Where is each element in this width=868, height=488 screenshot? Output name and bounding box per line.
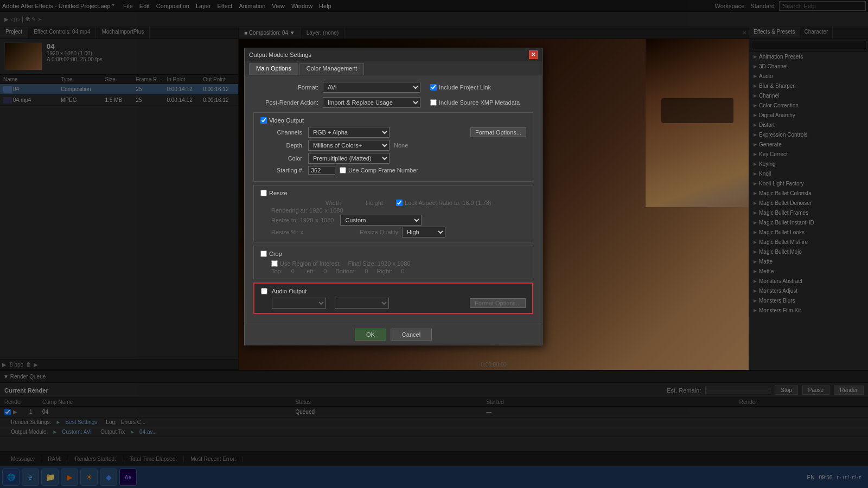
effect-audio[interactable]: ▶Audio bbox=[749, 71, 868, 81]
resize-quality-select[interactable]: High bbox=[402, 227, 445, 237]
dialog-tab-color[interactable]: Color Management bbox=[299, 63, 365, 75]
effect-key-correct[interactable]: ▶Key Correct bbox=[749, 149, 868, 159]
resize-dropdown[interactable]: Custom bbox=[340, 215, 422, 226]
effect-keying[interactable]: ▶Keying bbox=[749, 159, 868, 169]
use-comp-frame-label: Use Comp Frame Number bbox=[340, 167, 418, 174]
menu-composition[interactable]: Composition bbox=[156, 3, 189, 9]
tab-layer[interactable]: Layer: (none) bbox=[301, 27, 344, 38]
audio-bit-depth[interactable] bbox=[335, 298, 389, 309]
menu-view[interactable]: View bbox=[272, 3, 285, 9]
channels-select[interactable]: RGB + Alpha bbox=[308, 127, 390, 138]
effects-search-input[interactable] bbox=[751, 41, 866, 49]
file-row-video[interactable]: 04.mp4 MPEG 1.5 MB 25 0:00:14:12 0:00:16… bbox=[0, 95, 238, 106]
file-row-comp[interactable]: 04 Composition 25 0:00:14:12 0:00:16:12 bbox=[0, 84, 238, 95]
use-roi-checkbox[interactable] bbox=[271, 260, 278, 267]
cancel-button[interactable]: Cancel bbox=[391, 329, 432, 341]
effect-mb-denoiser[interactable]: ▶Magic Bullet Denoiser bbox=[749, 198, 868, 208]
effect-knoll[interactable]: ▶Knoll bbox=[749, 169, 868, 178]
pause-button[interactable]: Pause bbox=[802, 386, 829, 395]
effect-channel[interactable]: ▶Channel bbox=[749, 91, 868, 100]
use-comp-frame-checkbox[interactable] bbox=[340, 167, 346, 174]
post-render-select[interactable]: Import & Replace Usage bbox=[323, 97, 420, 108]
globe-button[interactable]: ◆ bbox=[100, 468, 117, 486]
rq-row-1[interactable]: ▶ 1 04 Queued — bbox=[0, 407, 868, 418]
col-in-point: In Point bbox=[164, 76, 201, 82]
lock-aspect-checkbox[interactable] bbox=[396, 200, 403, 206]
effect-blur-sharpen[interactable]: ▶Blur & Sharpen bbox=[749, 81, 868, 91]
menu-window[interactable]: Window bbox=[291, 3, 312, 9]
effect-distort[interactable]: ▶Distort bbox=[749, 120, 868, 130]
resize-wh-labels: Width Height Lock Aspect Ratio to: 16:9 … bbox=[260, 200, 526, 206]
effect-matte[interactable]: ▶Matte bbox=[749, 256, 868, 266]
effect-color-correction[interactable]: ▶Color Correction bbox=[749, 100, 868, 110]
include-project-link-checkbox[interactable] bbox=[430, 84, 437, 91]
color-select[interactable]: Premultiplied (Matted) bbox=[308, 153, 390, 164]
search-input[interactable] bbox=[779, 1, 866, 11]
tab-character[interactable]: Character bbox=[800, 27, 833, 38]
crop-checkbox[interactable] bbox=[260, 251, 267, 257]
output-file-link[interactable]: 04.av... bbox=[139, 429, 157, 435]
arrow-expression-controls: ▶ bbox=[754, 132, 757, 137]
menu-animation[interactable]: Animation bbox=[239, 3, 265, 9]
expand-icon[interactable]: ▶ bbox=[13, 409, 17, 415]
custom-avi-link[interactable]: Custom: AVI bbox=[62, 429, 92, 435]
rendering-at-row: Rendering at: 1920 x 1080 bbox=[260, 207, 526, 214]
start-button[interactable]: 🌐 bbox=[2, 468, 20, 486]
tab-project[interactable]: Project bbox=[0, 27, 28, 38]
media-button[interactable]: ▶ bbox=[61, 468, 78, 486]
effect-mb-mojo[interactable]: ▶Magic Bullet Mojo bbox=[749, 247, 868, 256]
effect-digital-anarchy[interactable]: ▶Digital Anarchy bbox=[749, 110, 868, 120]
effect-generate[interactable]: ▶Generate bbox=[749, 139, 868, 149]
menu-help[interactable]: Help bbox=[319, 3, 331, 9]
menu-layer[interactable]: Layer bbox=[196, 3, 211, 9]
dialog-tab-main[interactable]: Main Options bbox=[249, 63, 298, 75]
video-output-checkbox[interactable] bbox=[260, 117, 267, 124]
ie-button[interactable]: e bbox=[22, 468, 39, 486]
audio-format-options-button[interactable]: Format Options... bbox=[470, 298, 526, 308]
ok-button[interactable]: OK bbox=[355, 329, 386, 341]
ae-button[interactable]: Ae bbox=[119, 468, 137, 486]
post-render-label: Post-Render Action: bbox=[253, 99, 318, 106]
rq-checkbox[interactable] bbox=[4, 409, 11, 415]
audio-output-checkbox[interactable] bbox=[261, 288, 267, 294]
starting-input[interactable] bbox=[308, 166, 335, 175]
effect-mb-colorista[interactable]: ▶Magic Bullet Colorista bbox=[749, 188, 868, 198]
effect-mb-misfire[interactable]: ▶Magic Bullet MisFire bbox=[749, 237, 868, 247]
effect-expression-controls[interactable]: ▶Expression Controls bbox=[749, 130, 868, 139]
depth-select[interactable]: Millions of Colors+ bbox=[308, 140, 390, 151]
effect-monsters-abstract[interactable]: ▶Monsters Abstract bbox=[749, 276, 868, 286]
tab-mocha[interactable]: MochaImportPlus bbox=[96, 27, 150, 38]
effect-knoll-light[interactable]: ▶Knoll Light Factory bbox=[749, 178, 868, 188]
effect-animation-presets[interactable]: ▶Animation Presets bbox=[749, 52, 868, 61]
effect-monsters-adjust[interactable]: ▶Monsters Adjust bbox=[749, 286, 868, 296]
effect-3d-channel[interactable]: ▶3D Channel bbox=[749, 61, 868, 71]
best-settings-link[interactable]: Best Settings bbox=[65, 419, 97, 425]
stop-button[interactable]: Stop bbox=[775, 386, 798, 395]
render-button[interactable]: Render bbox=[834, 386, 864, 395]
effect-mb-frames[interactable]: ▶Magic Bullet Frames bbox=[749, 208, 868, 217]
firefox-button[interactable]: ☀ bbox=[80, 468, 98, 486]
close-comp[interactable]: ✕ bbox=[742, 30, 746, 36]
project-panel: 04 1920 x 1080 (1.00) Δ 0:00:02:00, 25.0… bbox=[0, 39, 238, 359]
menu-effect[interactable]: Effect bbox=[217, 3, 232, 9]
trash-icon[interactable]: 🗑 bbox=[26, 362, 31, 368]
folder-button[interactable]: 📁 bbox=[41, 468, 59, 486]
menu-file[interactable]: File bbox=[123, 3, 133, 9]
tab-composition[interactable]: ■ Composition: 04 ▼ bbox=[239, 27, 301, 38]
effect-monsters-film[interactable]: ▶Monsters Film Kit bbox=[749, 305, 868, 315]
tab-effect-controls[interactable]: Effect Controls: 04.mp4 bbox=[28, 27, 96, 38]
menu-edit[interactable]: Edit bbox=[139, 3, 150, 9]
resize-checkbox[interactable] bbox=[260, 190, 267, 196]
include-source-xmp-checkbox[interactable] bbox=[430, 99, 437, 106]
tab-effects-presets[interactable]: Effects & Presets bbox=[749, 27, 800, 38]
effect-monsters-blurs[interactable]: ▶Monsters Blurs bbox=[749, 296, 868, 305]
effect-mb-instanthd[interactable]: ▶Magic Bullet InstantHD bbox=[749, 217, 868, 227]
format-select[interactable]: AVI bbox=[323, 82, 420, 93]
file-list: 04 Composition 25 0:00:14:12 0:00:16:12 … bbox=[0, 84, 238, 106]
effect-mettle[interactable]: ▶Mettle bbox=[749, 266, 868, 276]
format-options-button[interactable]: Format Options... bbox=[470, 127, 526, 137]
effect-mb-looks[interactable]: ▶Magic Bullet Looks bbox=[749, 227, 868, 237]
audio-sample-rate[interactable] bbox=[272, 298, 326, 309]
render-queue-tab-label[interactable]: ▼ Render Queue bbox=[3, 374, 46, 380]
dialog-close-button[interactable]: ✕ bbox=[529, 50, 538, 59]
